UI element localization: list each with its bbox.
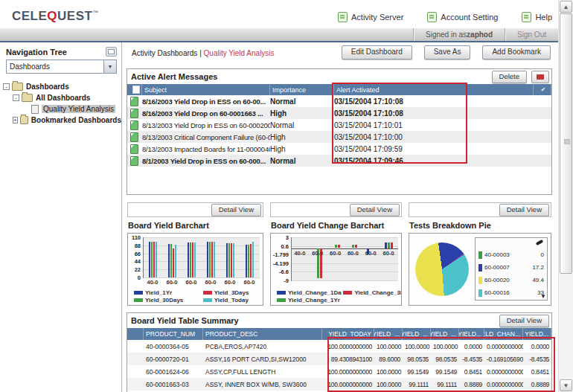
- y-tick-label: -4.199: [271, 260, 289, 267]
- summary-column-header[interactable]: YIELD_...: [431, 328, 459, 340]
- bar: [151, 242, 153, 277]
- summary-cell: 0.0000: [523, 343, 551, 350]
- chart-title: Board Yield Barchart: [128, 221, 263, 231]
- summary-cell: 60-0000720-01: [144, 356, 203, 363]
- alert-row[interactable]: 8/13/2003 Impacted Boards for 11-0000040…: [127, 143, 551, 155]
- alert-activated-column-header[interactable]: Alert Activated: [334, 84, 534, 95]
- dropdown-value: Dashboards: [7, 62, 103, 71]
- select-all-column-header[interactable]: ✔: [534, 84, 551, 95]
- summary-cell: 99.1549: [431, 368, 459, 376]
- alert-activated-time: 03/15/2004 17:10:00: [334, 133, 534, 141]
- tree-item[interactable]: -All Dashboards: [0, 92, 121, 103]
- legend-label: 60-00007: [484, 264, 530, 271]
- summary-column-header[interactable]: YIELD_...: [374, 328, 403, 340]
- bar: [192, 242, 193, 277]
- alert-activated-time: 03/15/2004 17:10:01: [334, 121, 534, 129]
- tree-item[interactable]: +Bookmarked Dashboards: [0, 115, 121, 126]
- legend-scroll-down-icon[interactable]: ▼: [540, 293, 546, 300]
- summary-column-header[interactable]: [127, 328, 144, 340]
- vertical-scrollbar[interactable]: ▲ ▼: [558, 0, 573, 392]
- summary-column-header[interactable]: YIELD_TODAY: [322, 328, 374, 340]
- legend-swatch: [478, 251, 482, 259]
- alert-importance: High: [270, 109, 334, 118]
- subject-column-header[interactable]: Subject: [142, 84, 270, 95]
- alert-importance: Normal: [270, 121, 334, 129]
- bar: [209, 242, 211, 277]
- bar: [352, 245, 354, 248]
- summary-cell: 0.0000000000: [484, 381, 523, 388]
- bar: [252, 242, 254, 277]
- scroll-down-icon[interactable]: ▼: [560, 379, 572, 391]
- summary-cell: 99.1111: [403, 381, 431, 388]
- alert-row[interactable]: 8/13/2003 Critical Component Failure (60…: [127, 131, 551, 143]
- alerts-title: Active Alert Messages: [131, 72, 492, 81]
- delete-button[interactable]: Delete: [492, 71, 527, 83]
- alert-row[interactable]: 8/16/2003 Yield Drop in ESS on 60-00...N…: [127, 95, 551, 107]
- collapse-icon[interactable]: -: [3, 83, 10, 90]
- bar: [173, 248, 174, 277]
- summary-cell: 0.8451: [523, 368, 551, 376]
- summary-column-header[interactable]: YIELD_...: [403, 328, 431, 340]
- pie-legend-item[interactable]: 60-0002049.4: [476, 274, 546, 286]
- summary-column-header[interactable]: PRODUCT_NUM: [144, 328, 203, 340]
- alert-row[interactable]: 8/1/2003 Yield Drop in ESS on 60-000...N…: [127, 155, 551, 167]
- alert-type-column-header[interactable]: [127, 84, 142, 95]
- legend-tool-icon[interactable]: [536, 240, 544, 245]
- pie-legend-item[interactable]: 60-0000717.2: [476, 261, 546, 274]
- bar: [335, 245, 337, 248]
- summary-cell: 100.0000000000: [322, 343, 374, 350]
- pie-legend-item[interactable]: 60-0001633: [476, 286, 546, 299]
- x-tick-label: 60-0: [240, 279, 259, 286]
- legend-label: Yield_1Yr: [145, 289, 172, 296]
- tree-mode-dropdown[interactable]: Dashboards ▼: [6, 60, 117, 74]
- alert-icon-cell: [127, 132, 142, 142]
- detail-view-button[interactable]: Detail View: [350, 204, 400, 216]
- collapse-icon[interactable]: -: [13, 94, 19, 101]
- summary-column-header[interactable]: YIELD...: [523, 328, 551, 340]
- board-yield-change-barchart-panel: Detail View Board Yield Change Barchart …: [270, 202, 402, 306]
- chevron-down-icon[interactable]: ▼: [103, 60, 116, 73]
- summary-row[interactable]: 40-0000364-05PCBA,EROS,AP7420100.0000000…: [127, 340, 551, 353]
- detail-view-button[interactable]: Detail View: [499, 315, 549, 327]
- save-as-button[interactable]: Save As: [424, 45, 471, 60]
- summary-column-header[interactable]: YIELD_CHAN...: [484, 328, 523, 340]
- pie-legend-item[interactable]: 40-000030: [476, 248, 546, 261]
- collapse-panel-button[interactable]: [531, 71, 549, 83]
- panel-window-icon[interactable]: [106, 47, 117, 57]
- edit-dashboard-button[interactable]: Edit Dashboard: [342, 45, 412, 60]
- legend-swatch: [478, 277, 482, 284]
- alert-subject: 8/13/2003 Yield Drop in ESS on 60-000200…: [142, 121, 270, 129]
- x-tick-label: 60-0: [327, 250, 345, 257]
- scroll-up-icon[interactable]: ▲: [560, 1, 572, 13]
- account-setting-link[interactable]: Account Setting: [427, 12, 498, 22]
- summary-column-header[interactable]: YIELD...: [459, 328, 484, 340]
- bar: [168, 244, 170, 277]
- detail-view-button[interactable]: Detail View: [211, 204, 261, 216]
- folder-icon: [20, 116, 28, 124]
- tree-item[interactable]: Quality Yield Analysis: [0, 103, 121, 115]
- activity-server-link[interactable]: Activity Server: [338, 12, 403, 22]
- tree-item-label: All Dashboards: [36, 94, 90, 102]
- add-bookmark-button[interactable]: Add Bookmark: [482, 45, 551, 60]
- legend-item: Yield_Today: [203, 297, 263, 303]
- alert-row[interactable]: 8/16/2003 Yield Drop on 60-0001663 ...Hi…: [127, 107, 551, 119]
- tree-item[interactable]: -Dashboards: [0, 81, 121, 92]
- legend-item: Yield_Change_3Days: [343, 289, 401, 296]
- help-link[interactable]: Help: [522, 12, 552, 22]
- importance-column-header[interactable]: Importance: [270, 84, 334, 95]
- scrollbar-thumb[interactable]: [560, 13, 572, 274]
- summary-cell: PCBA,EROS,AP7420: [203, 343, 322, 350]
- bar: [149, 242, 150, 277]
- legend-label: Yield_Today: [214, 297, 249, 303]
- alert-row[interactable]: 8/13/2003 Yield Drop in ESS on 60-000200…: [127, 119, 551, 131]
- expand-icon[interactable]: +: [13, 117, 18, 123]
- zero-axis-line: [292, 248, 398, 249]
- summary-row[interactable]: 60-0000720-01ASSY,16 PORT CARD,SI,SW1200…: [127, 353, 551, 365]
- breadcrumb-root[interactable]: Activity Dashboards: [132, 49, 197, 57]
- summary-cell: 89.6000: [374, 356, 403, 363]
- sign-out-button[interactable]: Sign Out: [505, 28, 558, 41]
- summary-row[interactable]: 60-0001663-03ASSY, INNER BOX W/MB, SW360…: [127, 378, 551, 391]
- detail-view-button[interactable]: Detail View: [499, 204, 549, 216]
- summary-row[interactable]: 60-0001624-06ASSY,CP,FULL LENGTH100.0000…: [127, 365, 551, 378]
- summary-column-header[interactable]: PRODUCT_DESC: [203, 328, 322, 340]
